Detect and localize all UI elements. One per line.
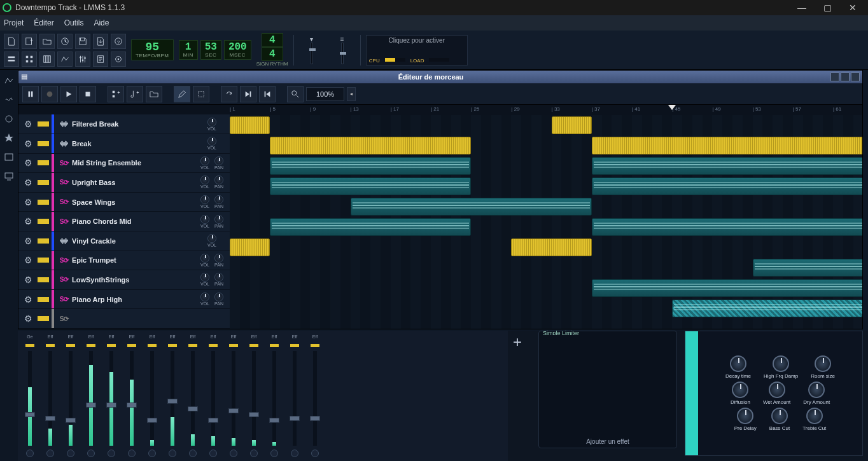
stop-button[interactable] [80,86,96,102]
track-header[interactable]: Vinyl CrackleVOL [18,231,230,251]
synth-icon[interactable]: S⟳ [57,276,72,283]
track-mute-button[interactable] [38,238,49,244]
mixer-send-knob[interactable] [209,450,217,457]
mixer-fader[interactable] [109,351,113,446]
track-gear-button[interactable] [18,294,38,305]
mixer-send-knob[interactable] [108,450,115,457]
draw-mode-button[interactable] [174,86,190,102]
vol-knob[interactable] [200,292,209,301]
mixer-channel[interactable]: Eff [224,334,243,457]
recent-projects-button[interactable] [57,34,73,49]
track-name-label[interactable]: Epic Trumpet [72,256,189,264]
track-mute-button[interactable] [38,258,49,263]
redo-button[interactable] [221,86,237,102]
vol-knob[interactable] [207,137,216,146]
reverb-knob[interactable] [815,355,831,372]
add-effect-label[interactable]: Ajouter un effet [539,438,676,445]
zoom-spin-button[interactable]: ◂ [347,87,356,101]
track-name-label[interactable]: Vinyl Crackle [72,237,189,245]
visualizer-panel[interactable]: Cliquez pour activer CPU LOAD [366,35,468,65]
track-name-label[interactable]: Upright Bass [72,179,189,186]
open-project-button[interactable] [39,34,55,49]
time-sec-display[interactable]: 53 SEC [200,40,221,60]
mixer-channel[interactable]: Eff [183,334,202,457]
timeline-area[interactable]: | 1| 5| 9| 13| 17| 21| 25| 29| 33| 37| 4… [230,105,862,329]
track-lane[interactable] [230,237,862,258]
track-gear-button[interactable] [18,196,38,208]
master-volume-slider[interactable]: ▾ [299,35,325,65]
reverb-knob[interactable] [808,382,825,398]
mixer-send-knob[interactable] [46,450,54,457]
mixer-channel-mute[interactable] [229,344,238,347]
maximize-button[interactable]: ▢ [815,0,840,15]
track-mute-button[interactable] [38,121,49,127]
synth-icon[interactable]: S⟳ [57,179,72,186]
mixer-send-knob[interactable] [26,450,34,457]
export-project-button[interactable] [93,34,108,49]
mixer-fader[interactable] [252,351,256,446]
mixer-send-knob[interactable] [169,450,176,457]
track-lane[interactable] [230,298,862,319]
vol-knob[interactable] [200,175,209,184]
new-from-template-button[interactable] [22,34,37,49]
save-project-button[interactable] [75,34,90,49]
menu-editer[interactable]: Éditer [34,18,53,27]
track-name-label[interactable]: Piano Chords Mid [72,217,189,225]
bb-editor-button[interactable] [22,52,37,67]
vol-knob[interactable] [207,234,216,243]
tempo-display[interactable]: 95 TEMPO/BPM [131,39,174,60]
add-automation-track-button[interactable] [146,86,162,102]
audio-clip[interactable] [511,238,591,256]
track-header[interactable]: S⟳ [18,309,230,329]
track-lane[interactable] [230,196,862,217]
automation-editor-button[interactable] [57,52,73,67]
reverb-knob[interactable] [737,408,753,424]
mixer-channel-mute[interactable] [209,344,218,347]
mixer-send-knob[interactable] [230,450,237,457]
track-gear-button[interactable] [18,235,38,247]
midi-clip[interactable] [270,218,471,236]
mixer-fader[interactable] [211,351,215,446]
mixer-channel-mute[interactable] [127,344,136,347]
track-header[interactable]: S⟳Piano Arp HighVOLPAN [18,290,230,310]
track-header[interactable]: S⟳Piano Chords MidVOLPAN [18,212,230,231]
track-mute-button[interactable] [38,219,49,224]
computer-tab-icon[interactable] [3,170,15,182]
mixer-channel-mute[interactable] [270,344,279,347]
track-mute-button[interactable] [38,277,49,282]
reverb-knob[interactable] [771,408,788,424]
midi-clip[interactable] [270,157,471,175]
mixer-channel[interactable]: Eff [285,334,304,457]
mixer-channel-mute[interactable] [107,344,116,347]
select-mode-button[interactable] [193,86,209,102]
fx-chain-box[interactable]: Simple Limiter Ajouter un effet [538,331,677,448]
waveform-icon[interactable] [57,119,72,129]
song-editor-minimize-button[interactable] [830,72,839,81]
mixer-send-knob[interactable] [270,450,278,457]
waveform-icon[interactable] [57,139,72,149]
pan-knob[interactable] [214,254,223,263]
mixer-channel-mute[interactable] [290,344,299,347]
reverb-knob[interactable] [806,408,823,424]
mixer-fader[interactable] [69,351,73,446]
add-fx-channel-button[interactable]: + [513,333,522,351]
track-gear-button[interactable] [18,118,38,130]
midi-clip[interactable] [592,157,862,175]
vol-knob[interactable] [207,118,216,127]
mixer-send-knob[interactable] [189,450,197,457]
mixer-channel-mute[interactable] [66,344,75,347]
track-gear-button[interactable] [18,157,38,169]
audio-clip[interactable] [230,116,270,134]
midi-clip[interactable] [672,299,862,317]
waveform-icon[interactable] [57,236,72,246]
track-mute-button[interactable] [38,316,49,321]
reverb-knob[interactable] [732,382,748,398]
synth-icon[interactable]: S⟳ [57,218,72,225]
vol-knob[interactable] [200,273,209,282]
help-button[interactable]: ? [111,34,126,49]
mixer-channel[interactable]: Eff [265,334,284,457]
fx-mixer-button[interactable] [75,52,90,67]
minimize-button[interactable]: — [789,0,815,15]
close-button[interactable]: ✕ [840,0,865,15]
record-button[interactable] [41,86,58,102]
